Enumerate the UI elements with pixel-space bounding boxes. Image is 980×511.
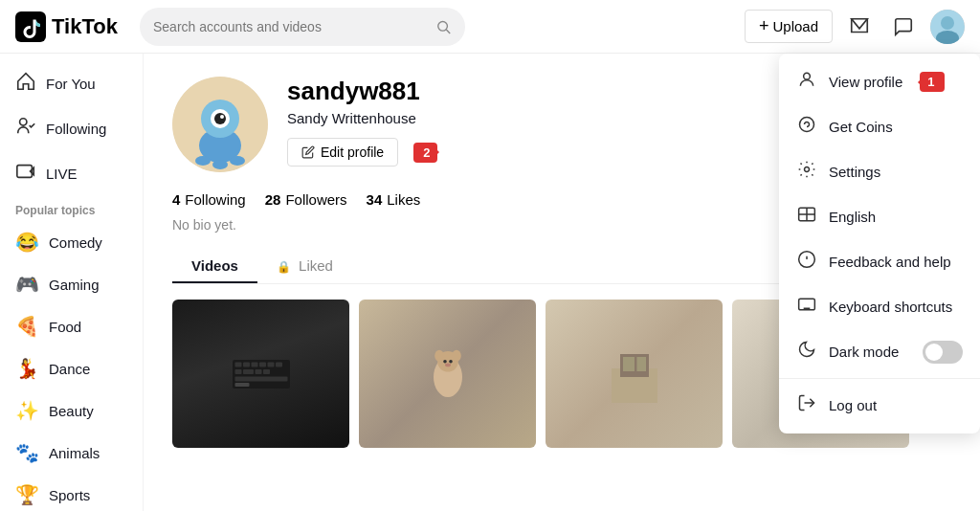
profile-dropdown: View profile 1 Get Coins Settings	[779, 54, 980, 433]
svg-point-21	[230, 156, 245, 166]
svg-rect-38	[234, 376, 287, 381]
svg-point-20	[212, 160, 228, 169]
keyboard-label: Keyboard shortcuts	[829, 299, 952, 315]
sidebar-item-live[interactable]: LIVE	[0, 151, 143, 196]
upload-button[interactable]: + Upload	[745, 10, 833, 43]
dropdown-feedback[interactable]: Feedback and help	[779, 239, 980, 284]
followers-label: Followers	[285, 191, 346, 208]
sidebar-label-comedy: Comedy	[49, 234, 102, 251]
sports-icon: 🏆	[15, 483, 39, 506]
settings-label: Settings	[829, 164, 880, 180]
svg-point-45	[449, 360, 453, 364]
likes-count: 34	[367, 191, 383, 208]
sidebar-item-gaming[interactable]: 🎮 Gaming	[0, 263, 143, 305]
room-graphic	[611, 345, 658, 403]
svg-rect-37	[263, 369, 270, 374]
svg-point-25	[220, 115, 224, 119]
svg-rect-36	[255, 369, 261, 374]
feedback-label: Feedback and help	[829, 254, 951, 270]
sidebar-label-animals: Animals	[49, 445, 100, 461]
sidebar-item-dance[interactable]: 💃 Dance	[0, 347, 143, 389]
video-thumbnail-3[interactable]	[546, 300, 723, 448]
following-icon	[15, 116, 36, 142]
feedback-icon	[796, 250, 817, 274]
food-icon: 🍕	[15, 315, 39, 338]
edit-profile-button[interactable]: Edit profile	[287, 138, 398, 167]
sidebar-item-sports[interactable]: 🏆 Sports	[0, 474, 143, 511]
video-thumbnail-2[interactable]	[359, 300, 536, 448]
dropdown-logout[interactable]: Log out	[779, 383, 980, 428]
settings-icon	[796, 160, 817, 184]
dropdown-dark-mode[interactable]: Dark mode	[779, 329, 980, 374]
edit-profile-label: Edit profile	[321, 144, 384, 160]
sidebar-item-comedy[interactable]: 😂 Comedy	[0, 221, 143, 263]
sidebar-label-sports: Sports	[49, 487, 90, 503]
comedy-icon: 😂	[15, 231, 39, 254]
header: TikTok + Upload	[0, 0, 980, 54]
dropdown-get-coins[interactable]: Get Coins	[779, 104, 980, 149]
logout-icon	[796, 393, 817, 417]
sidebar-item-following[interactable]: Following	[0, 106, 143, 151]
dog-graphic	[424, 345, 472, 403]
profile-avatar	[172, 77, 268, 172]
profile-username: sandyw881	[287, 77, 420, 106]
sidebar-item-beauty[interactable]: ✨ Beauty	[0, 389, 143, 432]
dropdown-settings[interactable]: Settings	[779, 149, 980, 194]
logo-text: TikTok	[52, 14, 118, 39]
tab-videos[interactable]: Videos	[172, 248, 257, 283]
avatar-creature-icon	[172, 77, 268, 172]
svg-rect-29	[243, 362, 250, 367]
logo: TikTok	[15, 11, 121, 42]
search-input[interactable]	[153, 19, 428, 34]
lock-icon: 🔒	[277, 260, 291, 274]
svg-rect-30	[251, 362, 257, 367]
keyboard-graphic	[233, 360, 290, 389]
svg-line-2	[447, 30, 451, 33]
dropdown-english[interactable]: English	[779, 194, 980, 239]
search-bar[interactable]	[140, 8, 465, 46]
dropdown-keyboard[interactable]: Keyboard shortcuts	[779, 284, 980, 329]
view-profile-label: View profile	[829, 74, 902, 90]
person-icon	[796, 70, 817, 94]
sidebar-item-animals[interactable]: 🐾 Animals	[0, 432, 143, 474]
animals-icon: 🐾	[15, 441, 39, 464]
sidebar-item-for-you[interactable]: For You	[0, 61, 143, 106]
sidebar-label-dance: Dance	[49, 361, 90, 377]
coins-icon	[796, 115, 817, 139]
language-icon	[796, 205, 817, 229]
svg-rect-33	[276, 362, 282, 367]
header-actions: + Upload	[745, 10, 965, 44]
video-thumbnail-1[interactable]	[172, 300, 349, 448]
live-icon	[15, 161, 36, 187]
tab-liked[interactable]: 🔒 Liked	[257, 248, 352, 283]
svg-rect-31	[259, 362, 266, 367]
logout-label: Log out	[829, 397, 877, 413]
svg-point-5	[941, 16, 954, 30]
stat-following: 4 Following	[172, 191, 246, 208]
dark-mode-toggle[interactable]	[923, 341, 963, 364]
tab-liked-label: Liked	[299, 257, 333, 274]
profile-avatar-button[interactable]	[930, 10, 965, 44]
messages-icon-button[interactable]	[886, 10, 921, 44]
svg-point-9	[805, 167, 810, 172]
dance-icon: 💃	[15, 357, 39, 380]
sidebar: For You Following LIVE Popular topics	[0, 54, 144, 511]
inbox-icon-button[interactable]	[842, 10, 877, 44]
sidebar-label-food: Food	[49, 319, 81, 335]
sidebar-item-food[interactable]: 🍕 Food	[0, 305, 143, 347]
upload-label: Upload	[772, 18, 818, 34]
dropdown-view-profile[interactable]: View profile 1	[779, 59, 980, 104]
callout-badge-2: 2	[413, 143, 437, 163]
sidebar-label-for-you: For You	[46, 76, 96, 92]
svg-point-24	[214, 113, 226, 124]
svg-rect-35	[243, 369, 254, 374]
svg-rect-50	[636, 357, 646, 371]
svg-point-42	[434, 349, 444, 361]
avatar-icon	[930, 10, 965, 44]
dark-mode-label: Dark mode	[829, 344, 899, 360]
messages-icon	[893, 16, 914, 37]
svg-point-19	[195, 156, 211, 166]
sidebar-label-following: Following	[46, 121, 106, 137]
plus-icon: +	[759, 16, 769, 36]
dropdown-divider	[779, 378, 980, 379]
